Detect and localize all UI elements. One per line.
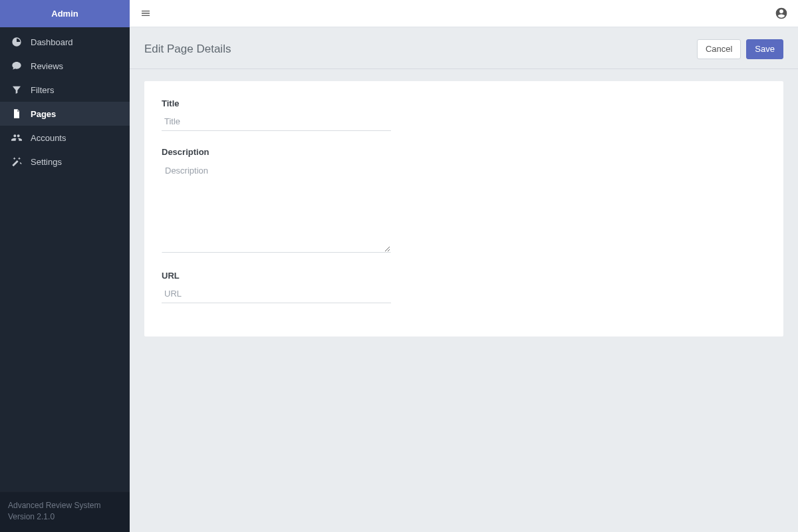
filters-icon — [9, 84, 24, 95]
form-card: Title Description URL — [144, 81, 783, 336]
url-label: URL — [162, 271, 391, 281]
sidebar-item-pages[interactable]: Pages — [0, 102, 130, 126]
reviews-icon — [9, 61, 24, 71]
brand[interactable]: Admin — [0, 0, 130, 27]
sidebar-item-label: Pages — [31, 109, 56, 119]
sidebar-item-label: Filters — [31, 85, 54, 95]
sidebar-footer: Advanced Review System Version 2.1.0 — [0, 491, 130, 532]
save-button[interactable]: Save — [746, 39, 783, 59]
cancel-button[interactable]: Cancel — [697, 39, 741, 59]
form-group-description: Description — [162, 147, 391, 255]
description-label: Description — [162, 147, 391, 157]
dashboard-icon — [9, 37, 24, 47]
sidebar-item-label: Settings — [31, 157, 62, 167]
form-group-url: URL — [162, 271, 391, 303]
sidebar-item-settings[interactable]: Settings — [0, 150, 130, 174]
menu-toggle-icon[interactable] — [139, 7, 152, 20]
title-label: Title — [162, 98, 391, 108]
pages-icon — [9, 108, 24, 119]
footer-version: Version 2.1.0 — [8, 511, 122, 523]
sidebar: Admin Dashboard Reviews Filters Pages — [0, 0, 130, 532]
sidebar-item-label: Accounts — [31, 133, 66, 143]
sidebar-item-dashboard[interactable]: Dashboard — [0, 30, 130, 54]
description-input[interactable] — [162, 161, 391, 253]
page-title: Edit Page Details — [144, 43, 231, 56]
sidebar-nav: Dashboard Reviews Filters Pages Accounts — [0, 27, 130, 491]
content: Title Description URL — [130, 69, 798, 348]
sidebar-item-reviews[interactable]: Reviews — [0, 54, 130, 78]
form-group-title: Title — [162, 98, 391, 131]
user-account-icon[interactable] — [774, 6, 789, 21]
sidebar-item-label: Dashboard — [31, 37, 73, 47]
page-header: Edit Page Details Cancel Save — [130, 27, 798, 69]
title-input[interactable] — [162, 112, 391, 131]
settings-icon — [9, 156, 24, 167]
footer-app-name: Advanced Review System — [8, 500, 122, 511]
sidebar-item-accounts[interactable]: Accounts — [0, 126, 130, 150]
topbar — [130, 0, 798, 27]
main: Edit Page Details Cancel Save Title Desc… — [130, 0, 798, 532]
url-input[interactable] — [162, 285, 391, 303]
accounts-icon — [9, 132, 24, 143]
sidebar-item-filters[interactable]: Filters — [0, 78, 130, 102]
sidebar-item-label: Reviews — [31, 61, 63, 71]
header-actions: Cancel Save — [697, 39, 783, 59]
